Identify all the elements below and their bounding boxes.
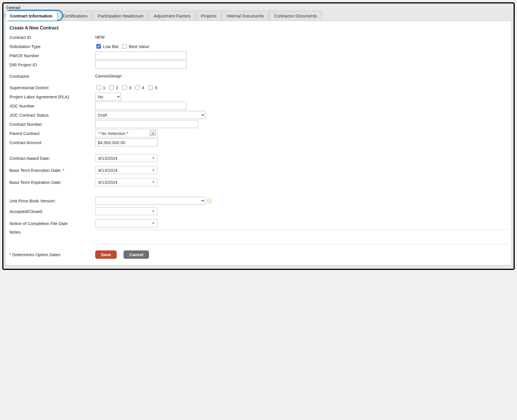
tab-contract-information[interactable]: Contract Information <box>5 11 57 21</box>
checkbox-district-5[interactable]: 5 <box>147 84 157 91</box>
save-button[interactable]: Save <box>95 250 117 259</box>
checkbox-best-value[interactable]: Best Value <box>121 43 149 49</box>
checkbox-district-2[interactable]: 2 <box>108 84 118 91</box>
label-solicitation-type: Solicitation Type <box>9 44 95 49</box>
value-contract-id: NEW <box>95 35 105 39</box>
best-value-input[interactable] <box>122 44 127 49</box>
label-contract-award-date: Contract Award Date: <box>9 156 95 161</box>
joc-number-input[interactable] <box>95 102 187 110</box>
label-contractor: Contractor <box>9 74 95 79</box>
label-joc-status: JOC Contract Status <box>9 113 95 118</box>
contract-number-input[interactable] <box>95 120 198 128</box>
info-icon[interactable]: i <box>207 198 212 203</box>
chevron-down-icon[interactable]: ▼ <box>152 168 155 172</box>
label-pwcr-number: PWCR Number <box>9 53 95 58</box>
label-pla: Project Labor Agreement (PLA) <box>9 94 95 99</box>
tab-label: Contractor Documents <box>274 13 317 18</box>
label-noc-file-date: Notice of Completion File Date <box>9 221 95 226</box>
base-exec-date-value: 8/13/2024 <box>98 168 118 173</box>
checkbox-district-4[interactable]: 4 <box>134 84 144 91</box>
value-contractor: CannonDesign <box>95 74 122 78</box>
label-contract-number: Contract Number <box>9 122 95 127</box>
tab-content: Create A New Contract Contract ID NEW So… <box>5 21 512 265</box>
tab-label: Adjustment Factors <box>154 13 190 18</box>
label-parent-contract: Parent Contract <box>9 131 95 136</box>
chevron-down-icon[interactable]: ▼ <box>152 180 155 184</box>
accepted-closed-picker[interactable]: ▼ <box>95 207 158 215</box>
tab-projects[interactable]: Projects <box>196 11 221 21</box>
label-base-exec-date: Base Term Execution Date: * <box>9 168 95 173</box>
panel-title: Contract <box>5 5 512 11</box>
tab-participation-headcount[interactable]: Participation Headcount <box>93 11 148 21</box>
tab-label: Projects <box>201 13 216 18</box>
label-dir-project-id: DIR Project ID <box>9 62 95 67</box>
label-base-exp-date: Base Term Expiration Date: <box>9 180 95 185</box>
joc-status-select[interactable]: Draft <box>95 111 205 119</box>
checkbox-low-bid[interactable]: Low Bid <box>95 43 118 49</box>
tab-label: Internal Documents <box>227 13 264 18</box>
pwcr-number-input[interactable] <box>95 51 187 59</box>
district-checkbox-group: 1 2 3 4 5 <box>95 84 157 91</box>
tab-contractor-documents[interactable]: Contractor Documents <box>269 11 322 21</box>
low-bid-input[interactable] <box>96 44 101 49</box>
low-bid-label: Low Bid <box>103 44 118 49</box>
label-determines-option-dates: * Determines Option Dates <box>9 252 95 257</box>
chevron-down-icon[interactable]: ▾ <box>150 131 156 136</box>
tab-label: Contract Information <box>10 13 52 18</box>
noc-file-date-picker[interactable]: ▼ <box>95 219 158 227</box>
label-accepted-closed: Accepted/Closed: <box>9 209 95 214</box>
tab-label: Participation Headcount <box>98 13 143 18</box>
tab-adjustment-factors[interactable]: Adjustment Factors <box>149 11 195 21</box>
pla-select[interactable]: No <box>95 93 121 101</box>
label-contract-id: Contract ID <box>9 35 95 40</box>
best-value-label: Best Value <box>129 44 149 49</box>
label-contract-amount: Contract Amount <box>9 140 95 145</box>
parent-contract-combo[interactable]: * No Selection * ▾ <box>95 129 158 137</box>
contract-award-date-picker[interactable]: 8/13/2024 ▼ <box>95 154 158 162</box>
base-exec-date-picker[interactable]: 8/13/2024 ▼ <box>95 166 158 174</box>
checkbox-district-1[interactable]: 1 <box>95 84 105 91</box>
chevron-down-icon[interactable]: ▼ <box>152 209 155 213</box>
contract-award-date-value: 8/13/2024 <box>98 156 118 161</box>
label-notes: Notes <box>9 230 95 234</box>
tab-certifications[interactable]: Certifications <box>58 11 92 21</box>
checkbox-district-3[interactable]: 3 <box>121 84 131 91</box>
contract-panel: Contract Contract Information Certificat… <box>2 2 515 270</box>
page-heading: Create A New Contract <box>9 25 508 31</box>
label-supervisorial-district: Supervisorial District <box>9 85 95 90</box>
tab-label: Certifications <box>63 13 88 18</box>
chevron-down-icon[interactable]: ▼ <box>152 221 155 225</box>
label-upb-version: Unit Price Book Version: <box>9 198 95 203</box>
label-joc-number: JOC Number <box>9 103 95 108</box>
parent-contract-value: * No Selection * <box>98 131 128 136</box>
base-exp-date-value: 8/13/2024 <box>98 180 118 185</box>
cancel-button[interactable]: Cancel <box>124 250 149 259</box>
chevron-down-icon[interactable]: ▼ <box>152 156 155 160</box>
tab-bar: Contract Information Certifications Part… <box>5 11 512 21</box>
tab-internal-documents[interactable]: Internal Documents <box>222 11 269 21</box>
dir-project-id-input[interactable] <box>95 61 187 69</box>
base-exp-date-picker[interactable]: 8/13/2024 ▼ <box>95 178 158 186</box>
notes-textarea[interactable] <box>95 230 508 244</box>
upb-version-select[interactable] <box>95 197 205 205</box>
contract-amount-input[interactable] <box>95 138 158 146</box>
